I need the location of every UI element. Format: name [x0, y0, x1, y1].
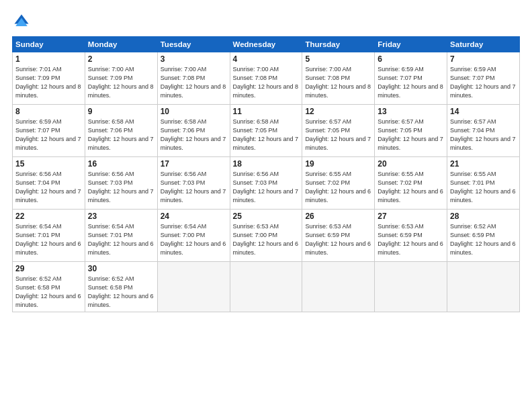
day-info: Sunrise: 6:52 AM Sunset: 6:58 PM Dayligh…	[15, 275, 82, 310]
day-number: 18	[233, 159, 300, 169]
day-cell	[375, 262, 447, 312]
day-number: 19	[305, 159, 371, 169]
header-cell-sunday: Sunday	[13, 37, 85, 52]
day-number: 14	[450, 107, 517, 116]
day-cell: 5Sunrise: 7:00 AM Sunset: 7:08 PM Daylig…	[302, 52, 375, 105]
day-number: 17	[161, 159, 227, 169]
day-info: Sunrise: 6:56 AM Sunset: 7:03 PM Dayligh…	[88, 170, 154, 205]
day-cell: 19Sunrise: 6:55 AM Sunset: 7:02 PM Dayli…	[302, 157, 375, 210]
day-number: 24	[161, 212, 227, 221]
day-number: 15	[15, 159, 82, 169]
day-cell: 12Sunrise: 6:57 AM Sunset: 7:05 PM Dayli…	[302, 105, 375, 157]
day-cell: 14Sunrise: 6:57 AM Sunset: 7:04 PM Dayli…	[447, 105, 520, 157]
day-cell	[447, 262, 520, 312]
header-row: SundayMondayTuesdayWednesdayThursdayFrid…	[13, 37, 520, 52]
day-info: Sunrise: 6:52 AM Sunset: 6:58 PM Dayligh…	[88, 275, 154, 310]
day-cell: 20Sunrise: 6:55 AM Sunset: 7:02 PM Dayli…	[375, 157, 447, 210]
day-info: Sunrise: 6:58 AM Sunset: 7:06 PM Dayligh…	[161, 118, 227, 152]
logo-icon	[12, 12, 31, 31]
day-number: 21	[450, 159, 517, 169]
week-row-3: 15Sunrise: 6:56 AM Sunset: 7:04 PM Dayli…	[13, 157, 520, 210]
day-info: Sunrise: 6:52 AM Sunset: 6:59 PM Dayligh…	[450, 222, 517, 257]
day-cell: 17Sunrise: 6:56 AM Sunset: 7:03 PM Dayli…	[157, 157, 230, 210]
day-number: 5	[305, 54, 371, 64]
day-cell: 21Sunrise: 6:55 AM Sunset: 7:01 PM Dayli…	[447, 157, 520, 210]
day-number: 22	[15, 212, 82, 221]
header	[12, 12, 520, 31]
day-info: Sunrise: 6:58 AM Sunset: 7:05 PM Dayligh…	[233, 118, 300, 152]
day-cell: 3Sunrise: 7:00 AM Sunset: 7:08 PM Daylig…	[157, 52, 230, 105]
day-cell	[157, 262, 230, 312]
week-row-5: 29Sunrise: 6:52 AM Sunset: 6:58 PM Dayli…	[13, 262, 520, 312]
day-cell: 7Sunrise: 6:59 AM Sunset: 7:07 PM Daylig…	[447, 52, 520, 105]
day-cell: 9Sunrise: 6:58 AM Sunset: 7:06 PM Daylig…	[85, 105, 157, 157]
day-number: 26	[305, 212, 371, 221]
day-info: Sunrise: 6:57 AM Sunset: 7:05 PM Dayligh…	[305, 118, 371, 152]
day-cell: 16Sunrise: 6:56 AM Sunset: 7:03 PM Dayli…	[85, 157, 157, 210]
day-info: Sunrise: 7:01 AM Sunset: 7:09 PM Dayligh…	[15, 65, 82, 100]
day-cell: 15Sunrise: 6:56 AM Sunset: 7:04 PM Dayli…	[13, 157, 85, 210]
day-number: 7	[450, 54, 517, 64]
header-cell-wednesday: Wednesday	[230, 37, 302, 52]
day-info: Sunrise: 6:53 AM Sunset: 7:00 PM Dayligh…	[233, 222, 300, 257]
logo	[12, 12, 34, 31]
day-info: Sunrise: 7:00 AM Sunset: 7:08 PM Dayligh…	[305, 65, 371, 100]
day-cell: 4Sunrise: 7:00 AM Sunset: 7:08 PM Daylig…	[230, 52, 302, 105]
day-number: 13	[378, 107, 444, 116]
day-number: 6	[378, 54, 444, 64]
day-number: 4	[233, 54, 300, 64]
day-number: 1	[15, 54, 82, 64]
day-info: Sunrise: 6:59 AM Sunset: 7:07 PM Dayligh…	[450, 65, 517, 100]
day-number: 27	[378, 212, 444, 221]
day-info: Sunrise: 6:53 AM Sunset: 6:59 PM Dayligh…	[378, 222, 444, 257]
day-info: Sunrise: 6:54 AM Sunset: 7:01 PM Dayligh…	[15, 222, 82, 257]
day-cell: 25Sunrise: 6:53 AM Sunset: 7:00 PM Dayli…	[230, 210, 302, 262]
day-cell: 22Sunrise: 6:54 AM Sunset: 7:01 PM Dayli…	[13, 210, 85, 262]
day-cell: 1Sunrise: 7:01 AM Sunset: 7:09 PM Daylig…	[13, 52, 85, 105]
day-cell: 24Sunrise: 6:54 AM Sunset: 7:00 PM Dayli…	[157, 210, 230, 262]
day-info: Sunrise: 6:58 AM Sunset: 7:06 PM Dayligh…	[88, 118, 154, 152]
day-info: Sunrise: 6:55 AM Sunset: 7:02 PM Dayligh…	[305, 170, 371, 205]
day-cell: 23Sunrise: 6:54 AM Sunset: 7:01 PM Dayli…	[85, 210, 157, 262]
day-number: 28	[450, 212, 517, 221]
day-cell	[230, 262, 302, 312]
week-row-4: 22Sunrise: 6:54 AM Sunset: 7:01 PM Dayli…	[13, 210, 520, 262]
day-cell: 8Sunrise: 6:59 AM Sunset: 7:07 PM Daylig…	[13, 105, 85, 157]
page: SundayMondayTuesdayWednesdayThursdayFrid…	[0, 0, 532, 411]
day-number: 29	[15, 264, 82, 273]
day-info: Sunrise: 6:59 AM Sunset: 7:07 PM Dayligh…	[378, 65, 444, 100]
day-info: Sunrise: 6:56 AM Sunset: 7:03 PM Dayligh…	[233, 170, 300, 205]
header-cell-monday: Monday	[85, 37, 157, 52]
header-cell-saturday: Saturday	[447, 37, 520, 52]
calendar-table: SundayMondayTuesdayWednesdayThursdayFrid…	[12, 36, 520, 312]
day-number: 11	[233, 107, 300, 116]
day-info: Sunrise: 7:00 AM Sunset: 7:08 PM Dayligh…	[233, 65, 300, 100]
day-cell: 18Sunrise: 6:56 AM Sunset: 7:03 PM Dayli…	[230, 157, 302, 210]
day-number: 3	[161, 54, 227, 64]
day-cell: 11Sunrise: 6:58 AM Sunset: 7:05 PM Dayli…	[230, 105, 302, 157]
day-number: 9	[88, 107, 154, 116]
day-info: Sunrise: 7:00 AM Sunset: 7:09 PM Dayligh…	[88, 65, 154, 100]
day-number: 25	[233, 212, 300, 221]
day-info: Sunrise: 6:53 AM Sunset: 6:59 PM Dayligh…	[305, 222, 371, 257]
header-cell-thursday: Thursday	[302, 37, 375, 52]
header-cell-tuesday: Tuesday	[157, 37, 230, 52]
day-number: 20	[378, 159, 444, 169]
day-info: Sunrise: 6:57 AM Sunset: 7:04 PM Dayligh…	[450, 118, 517, 152]
day-number: 8	[15, 107, 82, 116]
day-number: 30	[88, 264, 154, 273]
day-info: Sunrise: 7:00 AM Sunset: 7:08 PM Dayligh…	[161, 65, 227, 100]
day-info: Sunrise: 6:56 AM Sunset: 7:04 PM Dayligh…	[15, 170, 82, 205]
day-number: 16	[88, 159, 154, 169]
day-info: Sunrise: 6:57 AM Sunset: 7:05 PM Dayligh…	[378, 118, 444, 152]
day-number: 10	[161, 107, 227, 116]
week-row-2: 8Sunrise: 6:59 AM Sunset: 7:07 PM Daylig…	[13, 105, 520, 157]
day-cell: 13Sunrise: 6:57 AM Sunset: 7:05 PM Dayli…	[375, 105, 447, 157]
day-info: Sunrise: 6:55 AM Sunset: 7:02 PM Dayligh…	[378, 170, 444, 205]
day-number: 23	[88, 212, 154, 221]
day-cell: 6Sunrise: 6:59 AM Sunset: 7:07 PM Daylig…	[375, 52, 447, 105]
week-row-1: 1Sunrise: 7:01 AM Sunset: 7:09 PM Daylig…	[13, 52, 520, 105]
day-cell: 2Sunrise: 7:00 AM Sunset: 7:09 PM Daylig…	[85, 52, 157, 105]
day-number: 12	[305, 107, 371, 116]
day-info: Sunrise: 6:56 AM Sunset: 7:03 PM Dayligh…	[161, 170, 227, 205]
